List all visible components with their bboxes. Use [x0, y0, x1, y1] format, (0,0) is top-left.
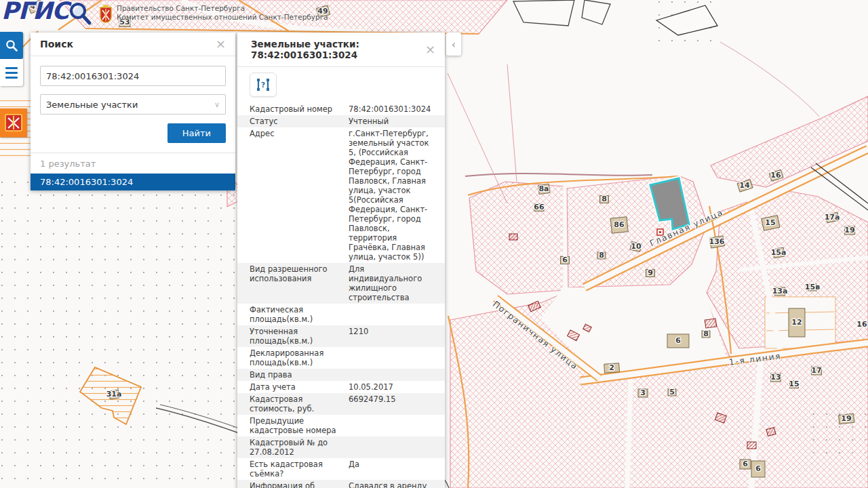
map-parcel-label: 15 — [765, 218, 775, 227]
map-parcel-label: 17а — [825, 213, 840, 222]
map-parcel-label: 9 — [648, 268, 653, 277]
details-panel-header: Земельные участки: 78:42:0016301:3024 × — [237, 33, 445, 67]
map-parcel-label: 6 — [562, 256, 568, 264]
detail-row: СтатусУчтенный — [237, 115, 445, 127]
detail-row: Кадастровая стоимость, руб.6692479.15 — [237, 393, 445, 415]
extent-question-icon: ? — [256, 78, 270, 92]
map-parcel-label: 16 — [770, 171, 781, 180]
detail-row-value — [349, 416, 437, 435]
map-parcel-label: 10 — [631, 242, 642, 251]
map-parcel-label: 15 — [789, 380, 799, 388]
sidebar-menu-button[interactable] — [0, 59, 23, 86]
search-query-input[interactable] — [40, 66, 226, 86]
detail-row: Фактическая площадь(кв.м.) — [237, 304, 445, 325]
detail-row: Кадастровый № до 27.08.2012 — [237, 436, 445, 458]
detail-row: Адресг.Санкт-Петербург, земельный участо… — [237, 127, 445, 263]
detail-row: Предыдущие кадастровые номера — [237, 415, 445, 436]
detail-row-value: Для индивидуального жилищного строительс… — [349, 264, 437, 302]
details-panel: Земельные участки: 78:42:0016301:3024 × … — [237, 33, 445, 488]
map-parcel-label: 66 — [534, 203, 545, 211]
map-parcel-label: 6 — [743, 460, 748, 468]
detail-row-value: 10.05.2017 — [349, 382, 437, 392]
detail-row-label: Есть кадастровая съёмка? — [250, 460, 349, 479]
detail-row-label: Информация об аренде — [250, 481, 349, 488]
map-parcel-label: 136 — [709, 237, 725, 246]
search-form: Земельные участки ∨ Найти — [31, 56, 235, 152]
map-parcel-label: 13а — [772, 287, 788, 296]
detail-row: Кадастровый номер78:42:0016301:3024 — [237, 103, 445, 115]
detail-row: Есть кадастровая съёмка?Да — [237, 458, 445, 480]
detail-row-label: Статус — [250, 117, 349, 126]
detail-row-value: Да — [349, 460, 437, 479]
search-panel-header: Поиск × — [31, 33, 235, 56]
map-parcel-label: 17 — [811, 366, 821, 375]
detail-row-value: г.Санкт-Петербург, земельный участок 5, … — [349, 129, 437, 262]
panel-collapse-button[interactable]: ‹ — [446, 33, 461, 56]
map-parcel-label: 16 — [856, 320, 867, 329]
find-button[interactable]: Найти — [167, 123, 226, 143]
map-parcel-label: 2 — [609, 363, 614, 372]
sidebar-search-button[interactable] — [0, 32, 23, 59]
search-icon — [5, 39, 18, 52]
sidebar-emblem-button[interactable] — [0, 108, 27, 137]
map-parcel-label: 13 — [770, 373, 781, 382]
detail-row-value — [349, 438, 437, 457]
detail-row-value: 1210 — [349, 327, 437, 346]
map-parcel-label: 31а — [106, 390, 122, 399]
map-parcel-label: 5 — [669, 388, 675, 396]
map-parcel-label: 8 — [599, 251, 604, 260]
search-results: 1 результат 78:42:0016301:3024 — [31, 152, 235, 190]
detail-row-label: Вид разрешенного использования — [250, 264, 349, 302]
app-stage: 4553498а866861086914161517а1913615а13а15… — [0, 0, 868, 488]
map-parcel-label: 86 — [614, 220, 625, 229]
detail-row: Вид разрешенного использованияДля индиви… — [237, 263, 445, 304]
detail-row: Уточненная площадь(кв.м.)1210 — [237, 325, 445, 347]
detail-row-label: Адрес — [250, 129, 349, 262]
details-table: Кадастровый номер78:42:0016301:3024Стату… — [237, 103, 445, 488]
detail-row: Вид права — [237, 369, 445, 381]
detail-row-label: Кадастровый номер — [250, 104, 349, 114]
svg-text:?: ? — [261, 81, 265, 89]
layer-select-value: Земельные участки — [46, 100, 138, 110]
map-parcel-label: 15а — [771, 248, 787, 257]
detail-row-label: Фактическая площадь(кв.м.) — [250, 305, 349, 324]
detail-row-value: Учтенный — [349, 117, 437, 126]
map-parcel-label: 49 — [317, 7, 328, 16]
map-parcel-label: 6 — [755, 464, 761, 473]
hamburger-icon — [5, 66, 18, 80]
detail-row: Декларированная площадь(кв.м.) — [237, 347, 445, 369]
map-parcel-label: 45 — [30, 2, 40, 11]
detail-row-value: 6692479.15 — [349, 394, 437, 413]
detail-row-label: Дата учета — [250, 382, 349, 392]
chevron-down-icon: ∨ — [214, 100, 220, 109]
zoom-to-extent-button[interactable]: ? — [250, 73, 277, 97]
detail-row-value — [349, 370, 437, 380]
details-panel-close-icon[interactable]: × — [425, 45, 435, 54]
search-panel-close-icon[interactable]: × — [216, 39, 226, 49]
map-parcel-label: 53 — [119, 18, 130, 26]
map-parcel-label: 19 — [844, 226, 854, 235]
details-panel-title: Земельные участки: 78:42:0016301:3024 — [251, 39, 425, 60]
detail-row-label: Декларированная площадь(кв.м.) — [250, 348, 349, 367]
detail-row: Информация об арендеСдавался в аренду ра… — [237, 480, 445, 488]
map-parcel-label: 6 — [675, 336, 681, 345]
map-parcel-label: 12 — [791, 318, 802, 327]
map-parcel-label: 8а — [538, 184, 549, 193]
detail-row-value — [349, 348, 437, 367]
detail-row-label: Кадастровая стоимость, руб. — [250, 394, 349, 413]
map-parcel-label: 8 — [601, 195, 607, 203]
detail-row-value: 78:42:0016301:3024 — [349, 104, 437, 114]
search-panel-title: Поиск — [40, 39, 73, 49]
detail-row-label: Уточненная площадь(кв.м.) — [250, 327, 349, 346]
detail-row: Дата учета10.05.2017 — [237, 381, 445, 393]
layer-select[interactable]: Земельные участки ∨ — [40, 94, 226, 115]
map-parcel-label: 3 — [640, 388, 646, 397]
map-parcel-label: 8 — [703, 329, 709, 338]
search-panel: Поиск × Земельные участки ∨ Найти 1 резу… — [31, 33, 235, 190]
result-row-selected[interactable]: 78:42:0016301:3024 — [31, 174, 235, 190]
map-parcel-label: 14 — [739, 181, 750, 190]
detail-row-label: Предыдущие кадастровые номера — [250, 416, 349, 435]
chevron-left-icon: ‹ — [452, 38, 456, 51]
results-count: 1 результат — [31, 153, 235, 174]
detail-row-value — [349, 305, 437, 324]
